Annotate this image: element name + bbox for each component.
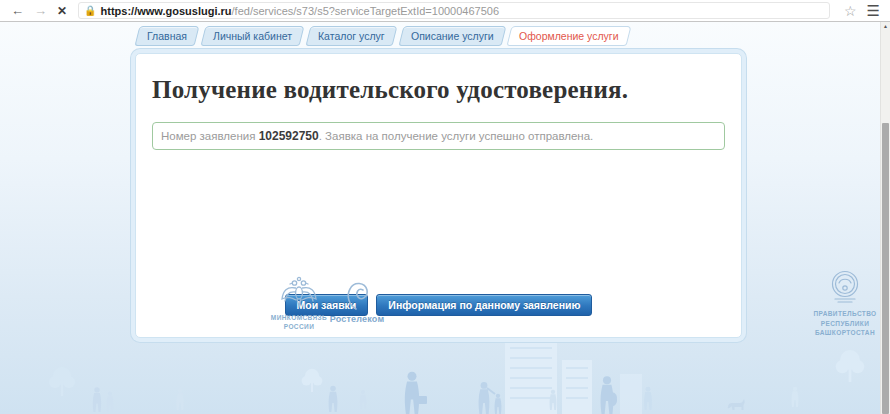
browser-toolbar: ← → ✕ 🔒 https://www.gosuslugi.ru/fed/ser… bbox=[0, 0, 890, 22]
tab-opisanie-uslugi[interactable]: Описание услуги bbox=[398, 26, 506, 46]
page-title: Получение водительского удостоверения. bbox=[152, 76, 725, 104]
stop-icon[interactable]: ✕ bbox=[57, 5, 67, 17]
page-viewport: ▲ Главная Личный кабинет Каталог услуг О… bbox=[0, 22, 890, 414]
building-silhouettes bbox=[505, 340, 642, 414]
page-scrollbar[interactable]: ▲ bbox=[880, 22, 890, 414]
forward-icon[interactable]: → bbox=[34, 4, 47, 17]
rostelecom-logo[interactable]: Ростелеком bbox=[326, 279, 388, 327]
scrollbar-thumb[interactable] bbox=[882, 123, 889, 414]
scrollbar-up-arrow-icon[interactable]: ▲ bbox=[881, 23, 890, 29]
tab-lichnyy-kabinet[interactable]: Личный кабинет bbox=[200, 26, 304, 46]
url-host: https://www.gosuslugi.ru bbox=[101, 5, 232, 17]
address-bar[interactable]: 🔒 https://www.gosuslugi.ru/fed/services/… bbox=[78, 2, 830, 19]
dog-silhouette bbox=[728, 399, 745, 410]
ear-logo-icon bbox=[342, 279, 372, 311]
url-path: /fed/services/s73/s5?serviceTargetExtId=… bbox=[232, 5, 500, 17]
https-lock-icon: 🔒 bbox=[84, 6, 96, 16]
back-icon[interactable]: ← bbox=[11, 4, 24, 17]
application-number: 102592750 bbox=[259, 129, 319, 143]
rostelecom-label: Ростелеком bbox=[330, 313, 385, 327]
people-silhouettes bbox=[93, 372, 799, 414]
bookmark-star-icon[interactable]: ☆ bbox=[844, 4, 857, 18]
main-content: Главная Личный кабинет Каталог услуг Опи… bbox=[135, 24, 742, 338]
double-eagle-emblem-icon bbox=[278, 275, 320, 311]
tab-katalog-uslug[interactable]: Каталог услуг bbox=[305, 26, 397, 46]
service-nav-tabs: Главная Личный кабинет Каталог услуг Опи… bbox=[137, 26, 742, 46]
tab-glavnaya[interactable]: Главная bbox=[135, 26, 200, 46]
bashkortostan-emblem-icon bbox=[827, 269, 863, 307]
minkomsvyaz-logo[interactable]: МИНКОМСВЯЗЬ РОССИИ bbox=[270, 275, 328, 333]
tab-oformlenie-uslugi[interactable]: Оформление услуги bbox=[507, 26, 632, 46]
success-notice: Номер заявления 102592750. Заявка на пол… bbox=[152, 122, 725, 150]
browser-menu-icon[interactable]: ☰ bbox=[867, 3, 880, 18]
minkomsvyaz-label: МИНКОМСВЯЗЬ РОССИИ bbox=[270, 313, 328, 333]
notice-suffix: . Заявка на получение услуги успешно отп… bbox=[319, 130, 594, 142]
footer-logos: МИНКОМСВЯЗЬ РОССИИ Ростелеком ПРАВИТЕЛЬС… bbox=[270, 272, 877, 334]
bashkortostan-logo[interactable]: ПРАВИТЕЛЬСТВО РЕСПУБЛИКИ БАШКОРТОСТАН bbox=[813, 269, 877, 338]
bashkortostan-label: ПРАВИТЕЛЬСТВО РЕСПУБЛИКИ БАШКОРТОСТАН bbox=[813, 309, 877, 338]
notice-prefix: Номер заявления bbox=[161, 130, 259, 142]
